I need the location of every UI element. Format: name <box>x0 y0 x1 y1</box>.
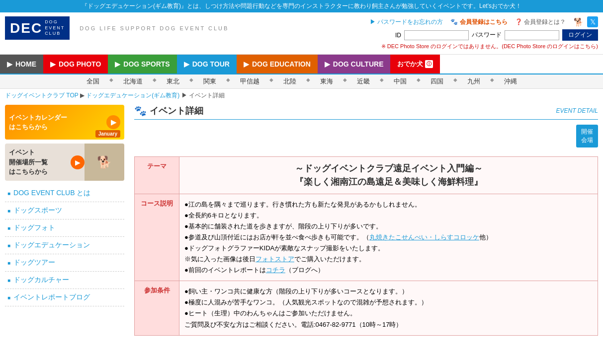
password-input[interactable] <box>505 30 559 40</box>
course-item-3: ●基本的に舗装された道を歩きますが、階段の上り下りが多いです。 <box>184 221 593 232</box>
open-venue-button[interactable]: 開催 会場 <box>576 125 598 147</box>
sidebar-item-blog[interactable]: ■ イベントレポートブログ <box>5 289 124 306</box>
nav-dog-culture[interactable]: DOG CULTURE <box>318 55 391 73</box>
event-detail-title: 🐾 イベント詳細 <box>134 105 203 117</box>
region-okinawa[interactable]: 沖縄 <box>504 77 517 86</box>
course-item-5: ●ドッグフォトグラファーKIDAが素敵なスナップ撮影をいたします。 <box>184 243 593 254</box>
course-content: ●江の島を隅々まで巡ります。行き慣れた方も新たな発見があるかもしれません。 ●全… <box>179 194 598 281</box>
blog-link[interactable]: コチラ <box>266 266 285 274</box>
bullet-icon: ■ <box>7 225 10 231</box>
header: DEC DOGEVENTCLUB DOG LIFE SUPPORT DOG EV… <box>0 12 603 55</box>
venue-list-banner[interactable]: イベント開催場所一覧はこちらから ▶ 🐕 <box>5 144 124 181</box>
id-input[interactable] <box>404 30 469 40</box>
region-koshinetsu[interactable]: 甲信越 <box>240 77 259 86</box>
calendar-mini: January <box>95 130 120 138</box>
paw-icon: 🐾 <box>134 105 147 117</box>
nav-dog-tour[interactable]: DOG TOUR <box>177 55 237 73</box>
sidebar: イベントカレンダーはこちらから ▶ January イベント開催場所一覧はこちら… <box>0 105 129 336</box>
calendar-banner-arrow: ▶ <box>106 115 120 129</box>
sidebar-item-label: ドッグスポーツ <box>13 206 62 215</box>
nav-home[interactable]: HOME <box>0 55 43 73</box>
calendar-banner-text: イベントカレンダーはこちらから <box>9 113 103 132</box>
sidebar-item-photo[interactable]: ■ ドッグフォト <box>5 219 124 237</box>
breadcrumb: ドッグイベントクラブ TOP ▶ ドッグエデュケーション(ギム教育) ▶ イベン… <box>0 89 603 102</box>
twitter-icon[interactable]: 𝕏 <box>587 16 598 27</box>
course-row: コース説明 ●江の島を隅々まで巡ります。行き慣れた方も新たな発見があるかもしれま… <box>135 194 598 281</box>
region-kanto[interactable]: 関東 <box>203 77 216 86</box>
sidebar-item-tour[interactable]: ■ ドッグツアー <box>5 254 124 272</box>
sidebar-item-dec[interactable]: ■ DOG EVENT CLUB とは <box>5 185 124 202</box>
logo-area: DEC DOGEVENTCLUB DOG LIFE SUPPORT DOG EV… <box>5 16 229 40</box>
course-item-6: ※気に入った画像は後日フォトストアでご購入いただけます。 <box>184 254 593 265</box>
course-label: コース説明 <box>135 194 179 281</box>
logo[interactable]: DEC DOGEVENTCLUB <box>5 16 70 40</box>
logo-text: DEC <box>10 20 42 36</box>
dog-icon: 🐕 <box>573 16 584 27</box>
sidebar-item-education[interactable]: ■ ドッグエデュケーション <box>5 237 124 254</box>
breadcrumb-top[interactable]: ドッグイベントクラブ TOP <box>5 92 79 99</box>
sidebar-item-sports[interactable]: ■ ドッグスポーツ <box>5 202 124 219</box>
region-hokuriku[interactable]: 北陸 <box>283 77 296 86</box>
theme-label: テーマ <box>135 156 179 194</box>
nav-dog-education[interactable]: DOG EDUCATION <box>237 55 318 73</box>
bullet-icon: ■ <box>7 191 10 196</box>
participation-item-2: ●極度に人混みが苦手なワンコ。（人気観光スポットなので混雑が予想されます。） <box>184 297 593 308</box>
event-calendar-banner[interactable]: イベントカレンダーはこちらから ▶ January <box>5 105 124 140</box>
header-right: ▶ パスワードをお忘れの方 🐾 会員登録はこちら ❓ 会員登録とは？ 🐕 𝕏 I… <box>370 16 598 50</box>
sidebar-item-label: ドッグツアー <box>13 258 55 267</box>
breadcrumb-current: イベント詳細 <box>189 92 225 99</box>
course-item-4: ●参道及び山頂付近にはお店が軒を並べ食べ歩きも可能です。（丸焼きたこせんべい・し… <box>184 232 593 243</box>
logo-tagline: DOG LIFE SUPPORT DOG EVENT CLUB <box>80 25 229 31</box>
food-link[interactable]: 丸焼きたこせんべい・しらすコロッケ <box>369 233 479 241</box>
bullet-icon: ■ <box>7 243 10 248</box>
course-item-2: ●全長約6キロとなります。 <box>184 210 593 221</box>
sidebar-item-label: ドッグカルチャー <box>13 276 69 285</box>
nav-dog-photo[interactable]: DOG PHOTO <box>43 55 108 73</box>
region-chugoku[interactable]: 中国 <box>394 77 407 86</box>
breadcrumb-education[interactable]: ドッグエデュケーション(ギム教育) <box>86 92 179 99</box>
sidebar-item-culture[interactable]: ■ ドッグカルチャー <box>5 272 124 289</box>
what-member-link[interactable]: ❓ 会員登録とは？ <box>515 18 566 26</box>
header-links: ▶ パスワードをお忘れの方 🐾 会員登録はこちら ❓ 会員登録とは？ 🐕 𝕏 <box>370 16 598 27</box>
sidebar-item-label: イベントレポートブログ <box>13 293 90 302</box>
participation-item-3: ●ヒート（生理）中のわんちゃんはご参加いただけません。 <box>184 308 593 319</box>
logo-sub: DOGEVENTCLUB <box>45 19 65 37</box>
nav-odekaken[interactable]: おでか犬ⓘ <box>390 55 440 73</box>
social-icons: 🐕 𝕏 <box>573 16 598 27</box>
content-area: イベントカレンダーはこちらから ▶ January イベント開催場所一覧はこちら… <box>0 102 603 338</box>
password-link[interactable]: ▶ パスワードをお忘れの方 <box>370 18 443 26</box>
venue-banner-arrow: ▶ <box>71 155 85 169</box>
region-shikoku[interactable]: 四国 <box>431 77 443 86</box>
venue-banner-image: 🐕 <box>85 144 124 181</box>
course-item-1: ●江の島を隅々まで巡ります。行き慣れた方も新たな発見があるかもしれません。 <box>184 199 593 210</box>
region-tohoku[interactable]: 東北 <box>167 77 179 86</box>
member-reg-link[interactable]: 🐾 会員登録はこちら <box>450 18 507 26</box>
top-banner: 『ドッグエデュケーション(ギム教育)』とは、しつけ方法や問題行動などを専門のイン… <box>0 0 603 12</box>
event-detail-label: EVENT DETAIL <box>556 107 598 114</box>
event-detail-header: 🐾 イベント詳細 EVENT DETAIL <box>134 105 598 120</box>
participation-item-1: ●飼い主・ワンコ共に健康な方（階段の上り下りが多いコースとなります。） <box>184 286 593 297</box>
theme-content: ～ドッグイベントクラブ遠足イベント入門編～ 『楽しく湘南江の島遠足＆美味しく海鮮… <box>179 156 598 194</box>
region-zenkoku[interactable]: 全国 <box>86 77 99 86</box>
course-item-7: ●前回のイベントレポートはコチラ（ブログへ） <box>184 265 593 276</box>
nav-dog-sports[interactable]: DOG SPORTS <box>108 55 176 73</box>
region-kyushu[interactable]: 九州 <box>467 77 480 86</box>
bullet-icon: ■ <box>7 260 10 266</box>
top-banner-text: 『ドッグエデュケーション(ギム教育)』とは、しつけ方法や問題行動などを専門のイン… <box>82 2 521 9</box>
region-hokkaido[interactable]: 北海道 <box>123 77 143 86</box>
participation-item-4: ご質問及び不安な方はご相談ください。電話:0467-82-9771（10時～17… <box>184 319 593 330</box>
participation-row: 参加条件 ●飼い主・ワンコ共に健康な方（階段の上り下りが多いコースとなります。）… <box>135 281 598 335</box>
participation-content: ●飼い主・ワンコ共に健康な方（階段の上り下りが多いコースとなります。） ●極度に… <box>179 281 598 335</box>
photo-store-note: ※ DEC Photo Store のログインではありません。(DEC Phot… <box>381 43 598 50</box>
theme-row: テーマ ～ドッグイベントクラブ遠足イベント入門編～ 『楽しく湘南江の島遠足＆美味… <box>135 156 598 194</box>
region-tokai[interactable]: 東海 <box>320 77 333 86</box>
photo-store-link[interactable]: フォトストア <box>256 255 294 263</box>
venue-banner-text: イベント開催場所一覧はこちらから <box>9 147 67 177</box>
page-title: イベント詳細 <box>150 105 203 117</box>
nav-items: HOME DOG PHOTO DOG SPORTS DOG TOUR DOG E… <box>0 55 603 73</box>
login-button[interactable]: ログイン <box>562 29 598 41</box>
sidebar-menu: ■ DOG EVENT CLUB とは ■ ドッグスポーツ ■ ドッグフォト ■… <box>5 185 124 306</box>
region-kinki[interactable]: 近畿 <box>357 77 370 86</box>
theme-line2: 『楽しく湘南江の島遠足＆美味しく海鮮料理』 <box>184 175 593 189</box>
event-table: テーマ ～ドッグイベントクラブ遠足イベント入門編～ 『楽しく湘南江の島遠足＆美味… <box>134 156 598 336</box>
